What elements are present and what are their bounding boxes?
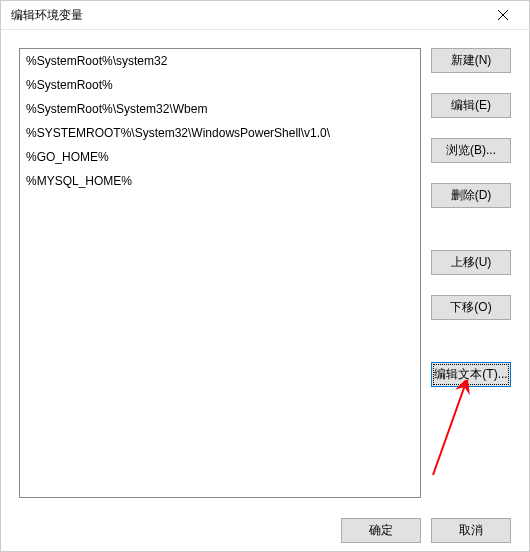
- close-button[interactable]: [483, 1, 523, 29]
- titlebar: 编辑环境变量: [1, 1, 529, 30]
- list-item[interactable]: %MYSQL_HOME%: [20, 169, 420, 193]
- dialog-title: 编辑环境变量: [11, 7, 483, 24]
- env-var-dialog: 编辑环境变量 %SystemRoot%\system32 %SystemRoot…: [0, 0, 530, 552]
- edit-text-button[interactable]: 编辑文本(T)...: [431, 362, 511, 387]
- list-item[interactable]: %SystemRoot%\system32: [20, 49, 420, 73]
- cancel-button[interactable]: 取消: [431, 518, 511, 543]
- list-item[interactable]: %SYSTEMROOT%\System32\WindowsPowerShell\…: [20, 121, 420, 145]
- move-up-button[interactable]: 上移(U): [431, 250, 511, 275]
- delete-button[interactable]: 删除(D): [431, 183, 511, 208]
- list-item[interactable]: %GO_HOME%: [20, 145, 420, 169]
- list-item[interactable]: %SystemRoot%: [20, 73, 420, 97]
- close-icon: [498, 10, 508, 20]
- button-column: 新建(N) 编辑(E) 浏览(B)... 删除(D) 上移(U) 下移(O) 编…: [431, 48, 511, 498]
- list-item[interactable]: %SystemRoot%\System32\Wbem: [20, 97, 420, 121]
- path-listbox[interactable]: %SystemRoot%\system32 %SystemRoot% %Syst…: [19, 48, 421, 498]
- browse-button[interactable]: 浏览(B)...: [431, 138, 511, 163]
- dialog-content: %SystemRoot%\system32 %SystemRoot% %Syst…: [1, 30, 529, 508]
- new-button[interactable]: 新建(N): [431, 48, 511, 73]
- dialog-footer: 确定 取消: [1, 508, 529, 552]
- ok-button[interactable]: 确定: [341, 518, 421, 543]
- edit-button[interactable]: 编辑(E): [431, 93, 511, 118]
- move-down-button[interactable]: 下移(O): [431, 295, 511, 320]
